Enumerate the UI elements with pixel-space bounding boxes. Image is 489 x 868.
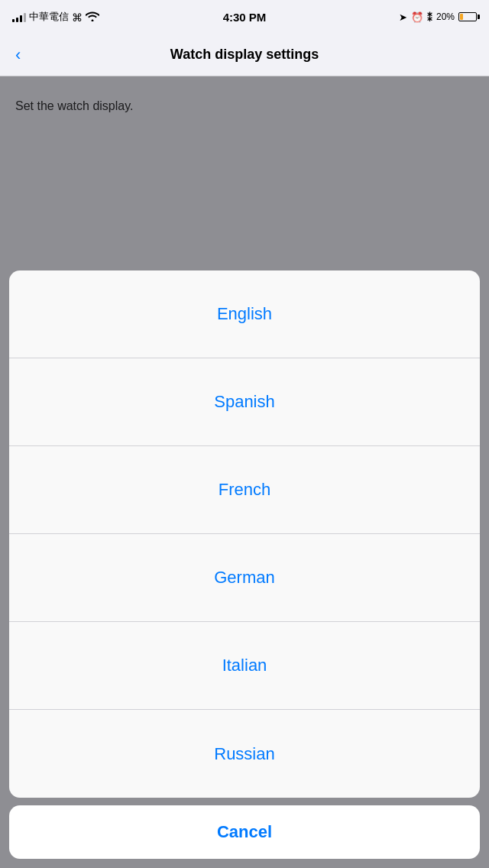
language-option-italian[interactable]: Italian <box>9 622 480 710</box>
battery-percent: 20% <box>436 11 455 22</box>
back-chevron-icon: ‹ <box>15 47 21 63</box>
subtitle-text: Set the watch display. <box>0 99 489 128</box>
carrier-label: 中華電信 <box>29 10 69 24</box>
back-button[interactable]: ‹ <box>15 47 21 63</box>
nav-bar: ‹ Watch display settings <box>0 34 489 76</box>
cancel-button[interactable]: Cancel <box>9 805 480 859</box>
language-option-spanish[interactable]: Spanish <box>9 358 480 446</box>
alarm-icon: ⏰ <box>411 11 423 23</box>
wifi-icon: ⌘ <box>72 11 99 24</box>
language-options-list: EnglishSpanishFrenchGermanItalianRussian <box>9 270 480 798</box>
status-bar-right: ➤ ⏰ ⁑ 20% <box>399 11 477 23</box>
page-title: Watch display settings <box>170 47 319 63</box>
bluetooth-icon: ⁑ <box>427 11 432 23</box>
language-option-german[interactable]: German <box>9 534 480 622</box>
signal-bars-icon <box>12 11 26 22</box>
battery-icon <box>458 12 477 21</box>
language-option-french[interactable]: French <box>9 446 480 534</box>
status-bar: 中華電信 ⌘ 4:30 PM ➤ ⏰ ⁑ 20% <box>0 0 489 34</box>
action-sheet: EnglishSpanishFrenchGermanItalianRussian… <box>0 270 489 868</box>
status-bar-time: 4:30 PM <box>223 11 267 24</box>
language-option-russian[interactable]: Russian <box>9 710 480 798</box>
language-option-english[interactable]: English <box>9 270 480 358</box>
location-icon: ➤ <box>399 11 407 23</box>
status-bar-left: 中華電信 ⌘ <box>12 10 99 24</box>
background-area: Set the watch display. EnglishSpanishFre… <box>0 76 489 868</box>
